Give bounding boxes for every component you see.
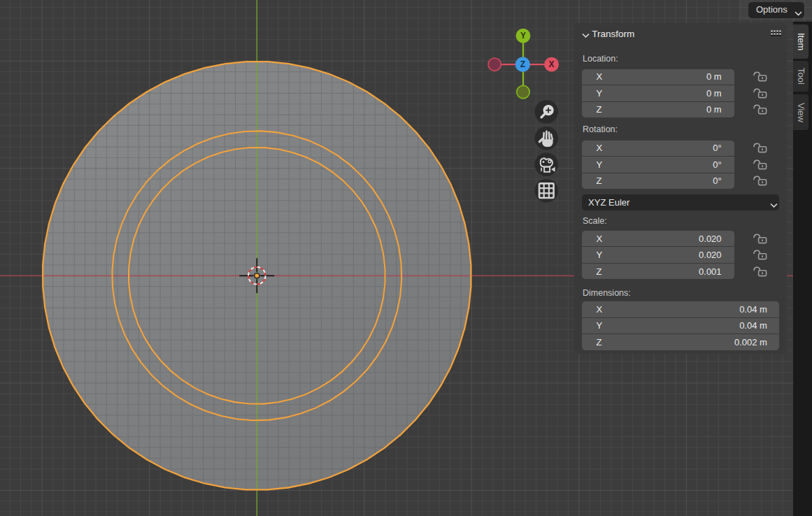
svg-text:Y: Y xyxy=(520,31,526,41)
svg-text:X: X xyxy=(549,59,555,69)
svg-text:Z: Z xyxy=(520,59,525,69)
